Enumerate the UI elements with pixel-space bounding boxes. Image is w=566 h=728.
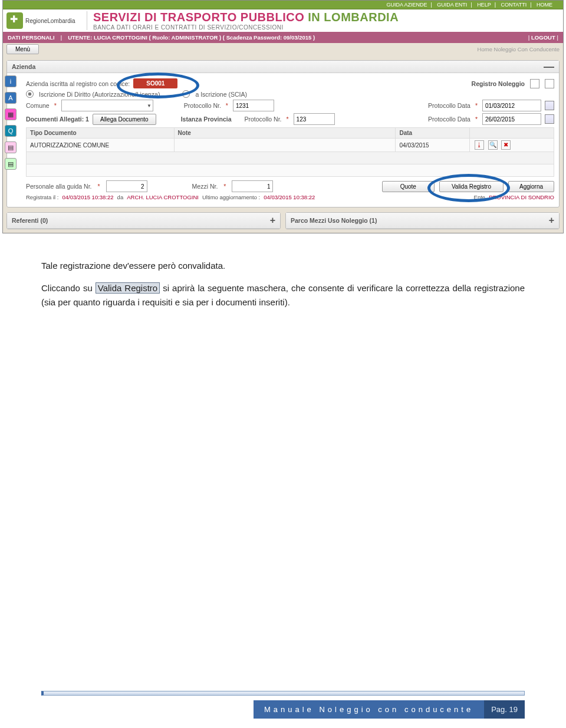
personale-input[interactable] — [106, 180, 147, 192]
region-name: RegioneLombardia — [25, 18, 75, 24]
calendar-icon[interactable] — [545, 101, 554, 110]
documenti-table: Tipo Documento Note Data AUTORIZZAZIONE … — [26, 127, 554, 177]
info-icon[interactable]: i — [5, 75, 17, 87]
col-data: Data — [396, 128, 469, 139]
quote-button[interactable]: Quote — [382, 181, 435, 192]
footer-page: Pag. 19 — [484, 700, 525, 719]
table-row: AUTORIZZAZIONE COMUNE 04/03/2015 ⭳ 🔍 ✖ — [27, 139, 554, 152]
comune-select[interactable] — [61, 100, 153, 111]
tool-icon[interactable]: ▦ — [5, 108, 17, 120]
nav-link[interactable]: HELP — [477, 2, 491, 8]
provincia-value: PROVINCIA DI SONDRIO — [489, 194, 554, 200]
a-icon[interactable]: A — [5, 92, 17, 104]
cell-tipo: AUTORIZZAZIONE COMUNE — [27, 139, 175, 152]
protocollo-nr-input[interactable] — [233, 100, 274, 111]
protocollo-nr-input-2[interactable] — [294, 113, 335, 125]
doc1-icon[interactable]: ▤ — [5, 141, 17, 153]
documenti-allegati-label: Documenti Allegati: 1 — [26, 116, 89, 123]
doc-paragraph-1: Tale registrazione dev'essere però conva… — [41, 259, 525, 272]
protocollo-data-input-2[interactable] — [482, 113, 541, 125]
top-nav: GUIDA AZIENDE| GUIDA ENTI| HELP| CONTATT… — [3, 1, 563, 9]
app-subtitle: BANCA DATI ORARI E CONTRATTI DI SERVIZIO… — [93, 24, 557, 31]
comune-label: Comune — [26, 102, 50, 109]
user-bar: DATI PERSONALI| UTENTE: LUCIA CROTTOGINI… — [3, 32, 563, 43]
nav-link[interactable]: GUIDA ENTI — [437, 2, 467, 8]
expand-icon[interactable]: + — [549, 215, 554, 226]
delete-icon[interactable]: ✖ — [501, 140, 511, 150]
side-toolbar: i A ▦ Q ▤ ▤ — [5, 75, 17, 170]
menu-button[interactable]: Menù — [6, 44, 39, 54]
registro-icon[interactable] — [530, 79, 539, 88]
cell-data: 04/03/2015 — [396, 139, 469, 152]
protocollo-data-input[interactable] — [482, 100, 541, 111]
panel-title: Azienda — [12, 63, 35, 70]
calendar-icon[interactable] — [545, 114, 554, 124]
footer-rule — [41, 691, 525, 696]
user-info: UTENTE: LUCIA CROTTOGINI ( Ruolo: ADMINI… — [68, 34, 315, 41]
valida-registro-button[interactable]: Valida Registro — [439, 181, 504, 192]
allega-documento-button[interactable]: Allega Documento — [93, 114, 156, 125]
logout-link[interactable]: LOGOUT — [531, 34, 555, 41]
mezzi-label: Mezzi Nr. — [192, 183, 218, 190]
radio-diritto[interactable] — [26, 90, 34, 98]
parco-mezzi-title: Parco Mezzi Uso Noleggio (1) — [291, 217, 377, 224]
da-label: da — [117, 194, 124, 200]
col-note: Note — [174, 128, 396, 139]
nav-link[interactable]: CONTATTI — [501, 2, 526, 8]
referenti-title: Referenti (0) — [12, 217, 48, 224]
valida-registro-highlight: Valida Registro — [96, 282, 160, 294]
logo: RegioneLombardia — [3, 11, 87, 30]
breadcrumb: Home Noleggio Con Conducente — [478, 46, 560, 52]
doc2-icon[interactable]: ▤ — [5, 158, 17, 170]
footer-title: Manuale Noleggio con conducente — [254, 700, 484, 719]
doc-paragraph-2: Cliccando su Valida Registro si aprirà l… — [41, 281, 525, 309]
expand-icon[interactable]: + — [270, 215, 275, 226]
collapse-icon[interactable]: — — [544, 64, 554, 70]
download-icon[interactable]: ⭳ — [475, 140, 484, 150]
registrata-il-label: Registrata il : — [26, 194, 58, 200]
aggiorna-button[interactable]: Aggiorna — [508, 181, 554, 192]
protocollo-data-label-2: Protocollo Data — [428, 116, 470, 123]
radio-scia[interactable] — [182, 90, 190, 98]
codice-label: Azienda iscritta al registro con codice: — [26, 80, 130, 87]
mezzi-input[interactable] — [232, 180, 273, 192]
ente-label: Ente — [474, 194, 486, 200]
registro-icon[interactable] — [545, 79, 554, 88]
registro-noleggio-label: Registro Noleggio — [472, 80, 525, 87]
personale-label: Personale alla guida Nr. — [26, 183, 92, 190]
q-icon[interactable]: Q — [5, 125, 17, 137]
nav-link[interactable]: GUIDA AZIENDE — [386, 2, 427, 8]
registrata-il-value: 04/03/2015 10:38:22 — [62, 194, 113, 200]
codice-value: SO001 — [133, 78, 177, 88]
istanza-provincia-label: Istanza Provincia — [181, 116, 232, 123]
radio-diritto-label: Iscrizione Di Diritto (Autorizzazione/Li… — [39, 91, 160, 98]
ultimo-agg-label: Ultimo aggiornamento : — [202, 194, 260, 200]
protocollo-nr-label: Protocollo Nr. — [184, 102, 221, 109]
radio-scia-label: a Iscrizione (SCIA) — [195, 91, 247, 98]
protocollo-data-label: Protocollo Data — [428, 102, 470, 109]
region-logo-icon — [6, 12, 23, 29]
dati-personali-link[interactable]: DATI PERSONALI — [8, 34, 55, 41]
nav-link[interactable]: HOME — [537, 2, 552, 8]
view-icon[interactable]: 🔍 — [488, 140, 498, 150]
arch-value: ARCH. LUCIA CROTTOGINI — [127, 194, 199, 200]
protocollo-nr-label-2: Protocollo Nr. — [244, 116, 281, 123]
app-title: SERVIZI DI TRASPORTO PUBBLICO IN LOMBARD… — [93, 11, 557, 24]
ultimo-agg-value: 04/03/2015 10:38:22 — [264, 194, 315, 200]
col-tipo: Tipo Documento — [27, 128, 175, 139]
